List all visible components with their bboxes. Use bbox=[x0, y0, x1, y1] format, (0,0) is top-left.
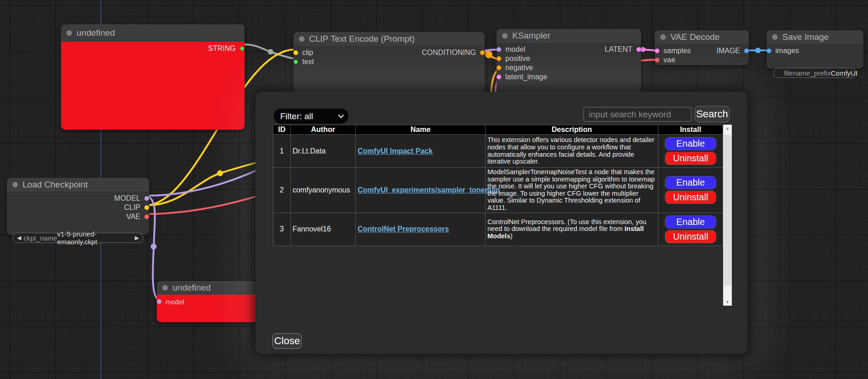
prev-arrow-icon[interactable]: ◀ bbox=[17, 235, 21, 241]
scroll-up-arrow-icon[interactable]: ▲ bbox=[723, 126, 732, 131]
node-title: undefined bbox=[172, 283, 210, 293]
collapse-dot-icon[interactable] bbox=[660, 34, 666, 40]
col-header-install: Install bbox=[658, 125, 723, 135]
node-title: Load Checkpoint bbox=[22, 180, 88, 190]
output-label: LATENT bbox=[605, 45, 632, 54]
extension-link[interactable]: ComfyUI Impact Pack bbox=[358, 147, 433, 155]
output-label: MODEL bbox=[114, 194, 140, 203]
node-title: KSampler bbox=[512, 31, 550, 41]
widget-label: filename_prefix bbox=[784, 69, 831, 77]
node-title: CLIP Text Encode (Prompt) bbox=[309, 34, 415, 44]
table-row: 2 comfyanonymous ComfyUI_experiments/sam… bbox=[273, 168, 723, 213]
output-slot-conditioning[interactable] bbox=[480, 50, 485, 55]
uninstall-button[interactable]: Uninstall bbox=[665, 191, 716, 204]
input-label: latent_image bbox=[505, 73, 547, 81]
node-undefined-top[interactable]: undefined STRING bbox=[61, 24, 244, 130]
filename-prefix-widget[interactable]: filename_prefix ComfyUI bbox=[773, 68, 857, 78]
collapse-dot-icon[interactable] bbox=[162, 285, 168, 291]
reroute-dot-model[interactable] bbox=[151, 244, 157, 250]
node-title: Save Image bbox=[782, 32, 829, 42]
enable-button[interactable]: Enable bbox=[665, 215, 716, 229]
output-label: IMAGE bbox=[716, 47, 740, 55]
reroute-dot-latent[interactable] bbox=[641, 47, 646, 52]
input-label: samples bbox=[663, 47, 691, 55]
uninstall-button[interactable]: Uninstall bbox=[665, 230, 716, 243]
extension-table-scroll-area[interactable]: ID Author Name Description Install 1 Dr.… bbox=[273, 125, 732, 306]
input-slot-clip[interactable] bbox=[293, 50, 298, 55]
table-row: 1 Dr.Lt.Data ComfyUI Impact Pack This ex… bbox=[273, 135, 723, 168]
chevron-down-icon bbox=[338, 112, 344, 118]
extension-id: 3 bbox=[273, 213, 291, 246]
reroute-dot-clip[interactable] bbox=[217, 170, 223, 176]
node-title: undefined bbox=[77, 28, 115, 38]
node-load-checkpoint[interactable]: Load Checkpoint MODEL CLIP VAE ◀ ckpt_na… bbox=[7, 178, 149, 235]
table-header-row: ID Author Name Description Install bbox=[273, 125, 723, 135]
node-title: VAE Decode bbox=[670, 32, 719, 42]
input-slot-vae[interactable] bbox=[655, 58, 659, 62]
input-slot-model[interactable] bbox=[497, 47, 501, 52]
scroll-down-arrow-icon[interactable]: ▼ bbox=[723, 300, 732, 304]
node-graph-canvas[interactable]: undefined STRING CLIP Text Encode (Promp… bbox=[0, 0, 868, 379]
output-slot-image[interactable] bbox=[744, 49, 749, 53]
node-save-image[interactable]: Save Image images filename_prefix ComfyU… bbox=[767, 30, 863, 69]
collapse-dot-icon[interactable] bbox=[502, 33, 508, 38]
collapse-dot-icon[interactable] bbox=[299, 36, 304, 42]
scrollbar-thumb[interactable] bbox=[724, 135, 731, 286]
extension-author: Dr.Lt.Data bbox=[291, 135, 356, 168]
input-slot-samples[interactable] bbox=[655, 49, 659, 53]
node-vae-decode[interactable]: VAE Decode samples IMAGE vae bbox=[655, 30, 749, 65]
input-slot-model[interactable] bbox=[157, 299, 161, 304]
extension-id: 1 bbox=[273, 135, 291, 168]
extension-description: ControlNet Preprocessors. (To use this e… bbox=[486, 213, 658, 246]
input-slot-latent-image[interactable] bbox=[497, 75, 501, 79]
enable-button[interactable]: Enable bbox=[665, 176, 716, 189]
next-arrow-icon[interactable]: ▶ bbox=[135, 235, 139, 241]
node-undefined-bottom[interactable]: undefined model bbox=[157, 281, 267, 322]
col-header-name: Name bbox=[356, 125, 486, 135]
output-slot-string[interactable] bbox=[240, 46, 244, 51]
filter-select-label: Filter: all bbox=[280, 111, 313, 121]
enable-button[interactable]: Enable bbox=[665, 137, 716, 150]
table-row: 3 Fannovel16 ControlNet Preprocessors Co… bbox=[273, 213, 723, 246]
table-scrollbar[interactable]: ▲ ▼ bbox=[723, 125, 732, 306]
input-label: vae bbox=[663, 56, 675, 64]
reroute-dot-conditioning[interactable] bbox=[485, 51, 492, 58]
extension-link[interactable]: ComfyUI_experiments/sampler_tonemap bbox=[358, 186, 500, 194]
uninstall-button[interactable]: Uninstall bbox=[665, 152, 716, 165]
widget-value: ComfyUI bbox=[831, 69, 857, 77]
output-slot-model[interactable] bbox=[144, 196, 149, 201]
extension-author: comfyanonymous bbox=[291, 168, 356, 213]
extension-table: ID Author Name Description Install 1 Dr.… bbox=[273, 125, 723, 246]
extension-manager-dialog: Filter: all Search ID Author Name Descri… bbox=[255, 92, 747, 354]
col-header-author: Author bbox=[291, 125, 356, 135]
input-slot-positive[interactable] bbox=[497, 56, 501, 61]
input-label: model bbox=[505, 45, 525, 54]
col-header-id: ID bbox=[273, 125, 291, 135]
input-label: model bbox=[166, 298, 184, 306]
reroute-dot-string[interactable] bbox=[268, 49, 273, 55]
search-input[interactable] bbox=[583, 107, 692, 122]
close-button[interactable]: Close bbox=[272, 333, 302, 349]
output-slot-vae[interactable] bbox=[144, 214, 149, 219]
collapse-dot-icon[interactable] bbox=[772, 34, 778, 40]
reroute-dot-image[interactable] bbox=[755, 48, 761, 53]
extension-link[interactable]: ControlNet Preprocessors bbox=[358, 225, 449, 233]
extension-description: ModelSamplerTonemapNoiseTest a node that… bbox=[486, 168, 658, 213]
input-label: negative bbox=[505, 64, 533, 72]
widget-value: v1-5-pruned-emaonly.ckpt bbox=[57, 230, 135, 246]
input-label: text bbox=[302, 58, 314, 66]
search-button[interactable]: Search bbox=[695, 106, 730, 122]
output-label: STRING bbox=[208, 44, 236, 53]
output-slot-latent[interactable] bbox=[636, 47, 641, 52]
input-label: positive bbox=[505, 55, 530, 63]
filter-select[interactable]: Filter: all bbox=[274, 109, 348, 124]
collapse-dot-icon[interactable] bbox=[66, 30, 72, 36]
input-slot-text[interactable] bbox=[293, 60, 298, 64]
ckpt-name-widget[interactable]: ◀ ckpt_name v1-5-pruned-emaonly.ckpt ▶ bbox=[12, 233, 144, 243]
extension-id: 2 bbox=[273, 168, 291, 213]
input-slot-images[interactable] bbox=[767, 49, 771, 53]
output-label: CLIP bbox=[124, 203, 140, 212]
input-slot-negative[interactable] bbox=[497, 66, 501, 70]
collapse-dot-icon[interactable] bbox=[12, 182, 18, 187]
output-slot-clip[interactable] bbox=[144, 205, 149, 210]
